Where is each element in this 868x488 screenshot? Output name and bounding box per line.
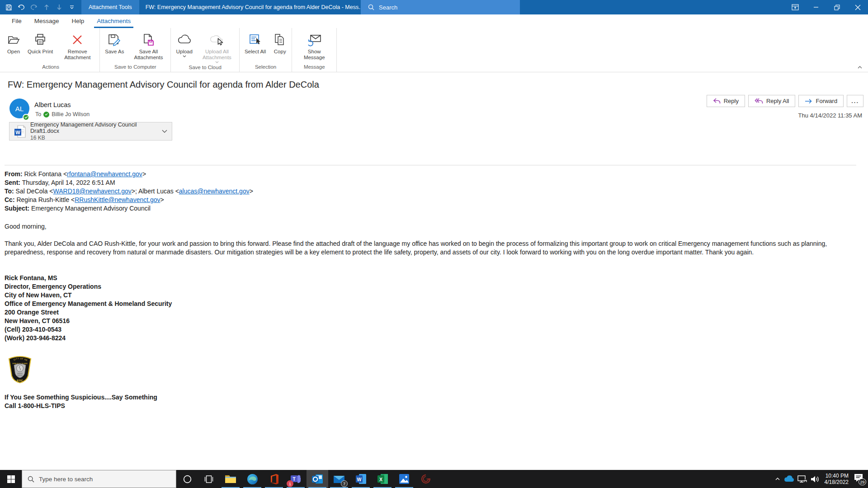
tab-message[interactable]: Message [28,15,66,28]
recipient-name[interactable]: Billie Jo Wilson [52,111,90,117]
from-email-link[interactable]: rfontana@newhavenct.gov [67,170,142,178]
taskbar-outlook[interactable] [307,470,328,488]
svg-text:T: T [292,477,295,482]
action-center-button[interactable]: 29 [854,473,865,485]
email-body: From: Rick Fontana <rfontana@newhavenct.… [5,170,868,410]
reply-all-button[interactable]: Reply All [748,95,796,107]
start-button[interactable] [0,470,22,488]
taskbar-g-app[interactable] [415,470,437,488]
upload-button[interactable]: Upload [172,32,196,58]
ribbon-group-save-to-cloud: Upload Upload All Attachments Save to Cl… [171,28,239,72]
group-label-selection: Selection [241,64,290,72]
forward-button[interactable]: Forward [798,95,844,107]
quick-print-button[interactable]: Quick Print [24,32,57,56]
ribbon-group-message: Show Message Message [292,28,337,72]
ribbon-display-options-icon[interactable] [785,0,806,14]
close-button[interactable] [847,0,868,14]
save-all-attachments-button[interactable]: Save All Attachments [127,32,169,61]
save-as-button[interactable]: Save As [101,32,127,56]
word-icon: W [355,473,367,485]
move-up-icon[interactable] [41,1,52,13]
more-actions-button[interactable]: ... [847,95,863,107]
remove-attachment-icon [71,33,84,47]
taskbar-mail[interactable]: 7 [328,470,350,488]
taskbar-file-explorer[interactable] [220,470,241,488]
select-all-button[interactable]: Select All [241,32,269,56]
footer-line: Call 1-800-HLS-TIPS [5,402,868,410]
header-subject: Subject: Emergency Management Advisory C… [5,204,868,213]
taskbar-word[interactable]: W [350,470,372,488]
mail-count-badge: 7 [341,480,348,487]
attachment-tools-context-tab[interactable]: Attachment Tools [81,0,139,14]
attachment-size: 16 KB [30,135,157,141]
to-email-link-2[interactable]: alucas@newhavenct.gov [179,188,250,195]
notification-count-badge: 29 [859,479,866,485]
tray-chevron-icon[interactable] [775,477,780,481]
upload-icon [177,33,192,47]
taskbar-search-input[interactable]: Type here to search [22,470,176,488]
ribbon-group-actions: Open Quick Print Remove Attachment Actio… [2,28,100,72]
cortana-button[interactable] [176,470,198,488]
collapse-ribbon-icon[interactable] [857,66,863,69]
upload-all-attachments-button[interactable]: Upload All Attachments [196,32,238,64]
taskbar-excel[interactable]: X [372,470,393,488]
tab-help[interactable]: Help [66,15,91,28]
customize-qat-icon[interactable] [66,1,78,13]
search-placeholder: Search [379,4,397,11]
reply-button[interactable]: Reply [707,95,745,107]
network-icon[interactable] [797,475,807,483]
attachment-filename: Emergency Management Advisory Council Dr… [30,122,157,134]
attachment-dropdown-icon[interactable] [162,130,167,133]
to-email-link-1[interactable]: WARD18@newhavenct.gov [53,188,132,195]
quick-access-toolbar [0,1,78,13]
to-label: To [35,111,41,117]
tab-file[interactable]: File [5,15,28,28]
copy-button[interactable]: Copy [269,32,290,56]
volume-icon[interactable] [811,475,820,483]
onedrive-icon[interactable] [783,475,794,483]
remove-attachment-button[interactable]: Remove Attachment [57,32,98,61]
signature-line: 200 Orange Street [5,308,868,317]
signature-line: (Work) 203-946-8224 [5,334,868,343]
svg-text:X: X [379,477,382,482]
move-down-icon[interactable] [53,1,65,13]
save-icon[interactable] [3,1,14,13]
open-icon [7,33,20,47]
restore-button[interactable] [826,0,847,14]
recipient-check-icon [43,112,49,117]
svg-text:W: W [15,129,20,135]
word-file-icon: W [14,125,26,138]
taskbar-office[interactable] [263,470,285,488]
task-view-button[interactable] [198,470,220,488]
greeting: Good morning, [5,222,868,231]
taskbar-clock[interactable]: 10:40 PM 4/18/2022 [825,473,849,485]
taskbar-search-placeholder: Type here to search [39,476,93,483]
minimize-button[interactable] [806,0,826,14]
attachment-chip[interactable]: W Emergency Management Advisory Council … [9,122,172,141]
tab-attachments[interactable]: Attachments [90,15,137,28]
taskbar-photos[interactable] [393,470,415,488]
save-as-icon [107,33,122,47]
response-buttons: Reply Reply All Forward ... [707,95,863,107]
ribbon-tabs: File Message Help Attachments [0,14,868,28]
redo-icon[interactable] [28,1,40,13]
quick-print-icon [33,33,47,47]
search-input[interactable]: Search [361,0,520,14]
show-message-icon [307,33,322,47]
open-button[interactable]: Open [3,32,24,56]
cc-email-link[interactable]: RRushKittle@newhavenct.gov [75,196,160,203]
group-label-save-to-cloud: Save to Cloud [172,64,237,72]
recipient-line: To Billie Jo Wilson [35,111,90,117]
email-timestamp: Thu 4/14/2022 11:35 AM [798,112,862,119]
sender-name[interactable]: Albert Lucas [34,101,71,108]
window-controls [785,0,868,14]
taskbar-teams[interactable]: T 1 [285,470,307,488]
ribbon: Open Quick Print Remove Attachment Actio… [0,28,868,72]
svg-text:W: W [357,477,361,482]
eoc-badge-image: CITY OF NEW HAVEN FIRE POLICE EMS EOC [6,353,868,386]
taskbar-edge[interactable] [241,470,263,488]
reply-icon [713,98,721,104]
show-message-button[interactable]: Show Message [293,32,335,61]
undo-icon[interactable] [15,1,27,13]
copy-icon [273,33,287,47]
